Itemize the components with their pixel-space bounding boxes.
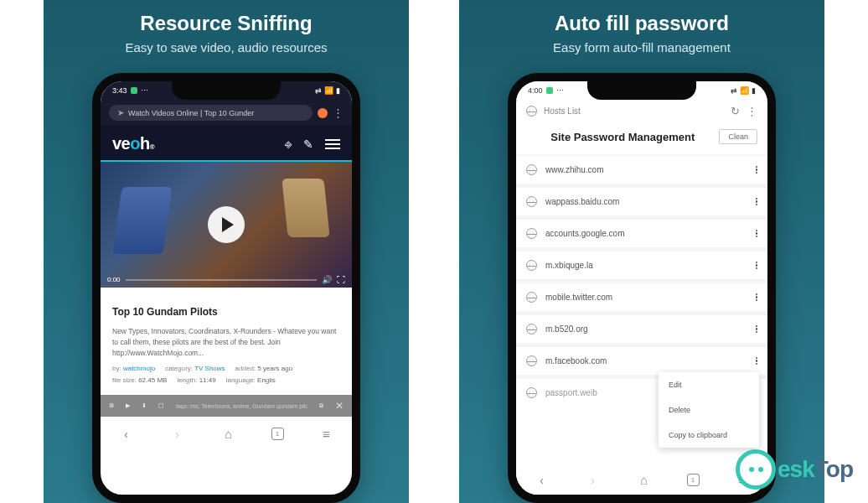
nav-back[interactable]: ‹ [118, 425, 135, 442]
url-field[interactable]: ➤ Watch Videos Online | Top 10 Gunder [109, 105, 313, 121]
row-menu-icon[interactable] [756, 293, 758, 302]
login-icon[interactable]: ⎆ [285, 137, 292, 151]
row-menu-icon[interactable] [756, 325, 758, 334]
clean-button[interactable]: Clean [719, 129, 757, 144]
status-time: 4:00 [528, 86, 543, 95]
category-link[interactable]: TV Shows [194, 365, 225, 372]
copy-icon[interactable]: ⧉ [319, 402, 323, 409]
page-title: Site Password Management [526, 131, 719, 143]
row-menu-icon[interactable] [756, 262, 758, 270]
nav-forward[interactable]: › [169, 425, 186, 442]
more-icon[interactable]: ⋮ [747, 105, 757, 117]
nav-menu[interactable]: ≡ [318, 425, 335, 442]
status-indicator [546, 87, 553, 94]
article-content: Top 10 Gundam Pilots New Types, Innovato… [101, 288, 352, 395]
globe-icon [526, 260, 537, 271]
video-controls: 0:00 🔊 ⛶ [107, 275, 345, 284]
refresh-icon[interactable]: ↻ [731, 105, 740, 117]
fullscreen-icon[interactable]: ⛶ [337, 275, 345, 284]
row-menu-icon[interactable] [756, 166, 758, 174]
article-title: Top 10 Gundam Pilots [112, 306, 340, 318]
site-row[interactable]: www.zhihu.com [516, 156, 767, 184]
status-time: 3:43 [112, 86, 127, 95]
row-menu-icon[interactable] [756, 357, 758, 366]
cast-icon[interactable]: ▢ [158, 402, 164, 409]
meta-row-2: file size: 62.45 MB length: 11:49 langua… [112, 376, 340, 384]
site-row[interactable]: accounts.google.com [516, 220, 767, 247]
battery-icon: ▮ [752, 86, 756, 95]
veoh-logo[interactable]: veoh® [112, 134, 154, 153]
bottom-nav: ‹ › ⌂ 1 ≡ [101, 417, 352, 449]
panel-title: Auto fill password [555, 12, 729, 35]
status-dots: ⋯ [556, 86, 564, 95]
progress-bar[interactable] [126, 279, 317, 281]
url-text: Watch Videos Online | Top 10 Gunder [128, 109, 254, 117]
phone-notch [587, 81, 696, 100]
signal-icon: 📶 [324, 86, 333, 95]
site-row[interactable]: m.facebook.com [516, 347, 767, 375]
row-menu-icon[interactable] [756, 230, 758, 238]
browser-top-bar: Hosts List ↻ ⋮ [516, 100, 767, 122]
site-header: veoh® ⎆ ✎ [101, 126, 352, 162]
site-row[interactable]: wappass.baidu.com [516, 188, 767, 215]
page-label: Hosts List [544, 106, 724, 116]
globe-icon [526, 292, 537, 303]
watermark-logo: eskTop [736, 449, 853, 490]
menu-edit[interactable]: Edit [659, 372, 759, 397]
panel-subtitle: Easy to save video, audio resources [126, 40, 328, 54]
settings-icon[interactable]: ⚙ [109, 402, 114, 409]
resource-tags: tags: ms, Televisions, anime, Gundam gun… [176, 403, 307, 409]
play-button[interactable] [208, 206, 245, 243]
site-row[interactable]: m.xbiquge.la [516, 252, 767, 279]
meta-row-1: by: watchmojo category: TV Shows added: … [112, 365, 340, 372]
address-bar: ➤ Watch Videos Online | Top 10 Gunder ⋮ [101, 100, 352, 126]
nav-forward[interactable]: › [585, 471, 602, 488]
bottom-nav: ‹ › ⌂ 1 ≡ [516, 463, 767, 495]
article-description: New Types, Innovators, Coordinators, X-R… [112, 326, 340, 358]
panel-title: Resource Sniffing [140, 12, 312, 35]
video-player[interactable]: 0:00 🔊 ⛶ [101, 162, 352, 288]
panel-subtitle: Easy form auto-fill management [553, 40, 731, 54]
watermark-face-icon [736, 449, 776, 490]
volume-icon[interactable]: 🔊 [322, 275, 332, 284]
panel-resource-sniffing: Resource Sniffing Easy to save video, au… [44, 0, 409, 503]
resource-toolbar: ⚙ ▶ ⬇ ▢ tags: ms, Televisions, anime, Gu… [101, 395, 352, 417]
wifi-icon: ⇄ [315, 86, 322, 95]
site-row[interactable]: passport.weib Edit Delete Copy to clipbo… [516, 379, 767, 407]
phone-mockup-left: 3:43 ⋯ ⇄ 📶 ▮ ➤ Watch Videos Online | Top… [92, 73, 360, 503]
phone-notch [172, 81, 281, 100]
send-icon: ➤ [117, 108, 124, 117]
nav-home[interactable]: ⌂ [220, 425, 237, 442]
row-menu-icon[interactable] [756, 198, 758, 206]
nav-back[interactable]: ‹ [534, 471, 550, 488]
globe-icon [526, 196, 537, 207]
status-dots: ⋯ [141, 86, 148, 95]
context-menu: Edit Delete Copy to clipboard [659, 372, 759, 448]
menu-delete[interactable]: Delete [659, 397, 759, 423]
panel-autofill-password: Auto fill password Easy form auto-fill m… [459, 0, 824, 503]
site-list: www.zhihu.com wappass.baidu.com accounts… [516, 154, 767, 407]
play-small-icon[interactable]: ▶ [126, 402, 130, 409]
site-row[interactable]: mobile.twitter.com [516, 283, 767, 311]
tab-indicator[interactable] [318, 108, 328, 118]
nav-tabs[interactable]: 1 [687, 474, 700, 486]
globe-icon [526, 324, 537, 334]
globe-icon [526, 387, 537, 398]
more-icon[interactable]: ⋮ [333, 106, 344, 119]
globe-icon [526, 355, 537, 366]
edit-icon[interactable]: ✎ [303, 137, 313, 151]
nav-tabs[interactable]: 1 [271, 428, 284, 440]
close-icon[interactable]: ✕ [335, 400, 344, 412]
globe-icon [526, 106, 537, 117]
site-row[interactable]: m.b520.org [516, 315, 767, 343]
battery-icon: ▮ [336, 86, 340, 95]
phone-mockup-right: 4:00 ⋯ ⇄ 📶 ▮ Hosts List ↻ ⋮ Site Passwor… [508, 73, 776, 503]
wifi-icon: ⇄ [731, 86, 737, 95]
nav-home[interactable]: ⌂ [636, 471, 653, 488]
download-icon[interactable]: ⬇ [142, 402, 147, 409]
author-link[interactable]: watchmojo [123, 365, 155, 372]
menu-icon[interactable] [325, 139, 340, 149]
menu-copy[interactable]: Copy to clipboard [659, 423, 759, 448]
globe-icon [526, 228, 537, 239]
status-indicator [131, 87, 137, 94]
